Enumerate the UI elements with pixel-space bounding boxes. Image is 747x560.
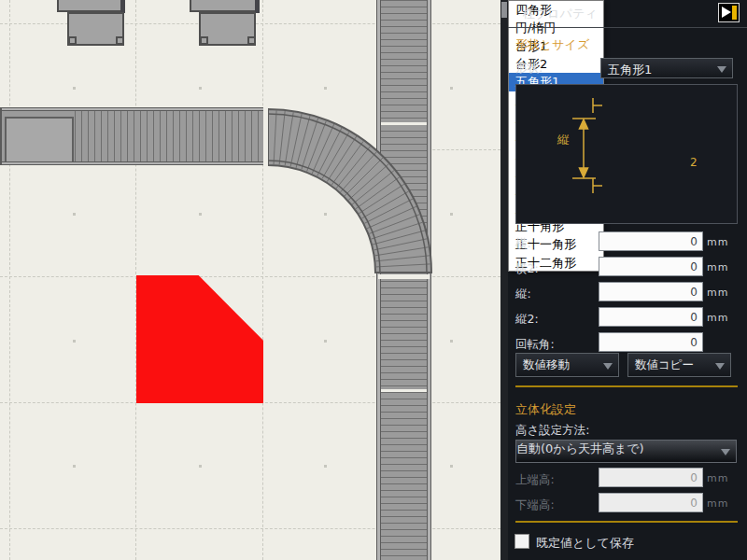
chevron-down-icon: [603, 363, 613, 370]
unit-label: mm: [707, 261, 728, 273]
chevron-down-icon: [717, 66, 726, 73]
height2-input[interactable]: 0: [599, 307, 703, 327]
section-heading-extrude: 立体化設定: [515, 401, 576, 418]
unit-label: mm: [707, 312, 728, 324]
machine-shadow: [255, 0, 260, 13]
machine-foot: [116, 36, 124, 45]
unit-label: mm: [707, 472, 728, 484]
top-height-input: 0: [599, 468, 703, 487]
field-label: 縦:: [515, 287, 531, 302]
height-method-label: 高さ設定方法:: [515, 423, 590, 439]
machine-shadow: [120, 0, 125, 13]
bottom-height-label: 下端高:: [515, 497, 555, 513]
shape-label: 形状:: [515, 61, 543, 77]
section-heading-shape: 形状とサイズ: [515, 36, 589, 53]
chevron-down-icon: [715, 363, 725, 370]
arrow-right-icon: [722, 7, 731, 18]
chevron-down-icon: [721, 449, 730, 455]
separator: [515, 385, 738, 387]
save-default-checkbox[interactable]: [514, 534, 529, 549]
field-label: 回転角:: [515, 337, 555, 353]
shape-selected-value: 五角形1: [608, 62, 652, 78]
save-default-label: 既定値として保存: [536, 535, 634, 552]
width-input[interactable]: 0: [599, 231, 703, 251]
field-label: 縦2:: [515, 312, 539, 328]
belt-gap: [378, 274, 430, 279]
unit-label: mm: [707, 236, 728, 248]
button-label: 数値移動: [523, 357, 570, 373]
bottom-height-input: 0: [599, 493, 703, 512]
shape-preview: 縦 2: [515, 84, 738, 224]
dimension-arrows: [516, 85, 737, 223]
machine-top[interactable]: [57, 0, 125, 12]
panel-collapse-button[interactable]: [718, 3, 740, 22]
belt-gap: [381, 122, 427, 125]
field-label: 横2:: [515, 261, 539, 277]
dim-label-fragment: 2: [690, 156, 698, 169]
belt-gap: [263, 106, 268, 166]
panel-splitter[interactable]: [500, 0, 508, 560]
unit-label: mm: [707, 287, 728, 299]
curved-conveyor[interactable]: [0, 0, 500, 560]
panel-title: 柱プロパティ: [523, 6, 598, 22]
shape-select[interactable]: 五角形1: [600, 58, 733, 78]
column-properties-panel: 柱プロパティ 形状とサイズ 形状: 五角形1 縦 2: [508, 0, 747, 560]
floorplan-canvas[interactable]: [0, 0, 500, 560]
unit-label: mm: [707, 497, 728, 510]
belt-gap: [381, 389, 427, 392]
width2-input[interactable]: 0: [599, 257, 703, 276]
height-method-select[interactable]: 自動(0から天井高まで): [515, 440, 737, 463]
height-input[interactable]: 0: [599, 282, 703, 301]
field-label: 横:: [515, 236, 531, 252]
top-height-label: 上端高:: [515, 472, 555, 488]
machine-foot: [247, 36, 256, 45]
machine-foot: [68, 36, 77, 45]
splitter-thumb[interactable]: [501, 2, 507, 18]
machine-foot: [200, 36, 208, 45]
numeric-move-button[interactable]: 数値移動: [515, 353, 619, 377]
collapse-bar-icon: [732, 6, 737, 20]
button-label: 数値コピー: [635, 357, 694, 373]
numeric-copy-button[interactable]: 数値コピー: [627, 353, 731, 377]
vertical-dim-label: 縦: [557, 132, 570, 148]
rotation-input[interactable]: 0: [599, 332, 703, 352]
machine-top[interactable]: [190, 0, 259, 12]
separator: [515, 521, 738, 523]
height-method-value: 自動(0から天井高まで): [516, 441, 644, 455]
separator: [508, 27, 747, 28]
